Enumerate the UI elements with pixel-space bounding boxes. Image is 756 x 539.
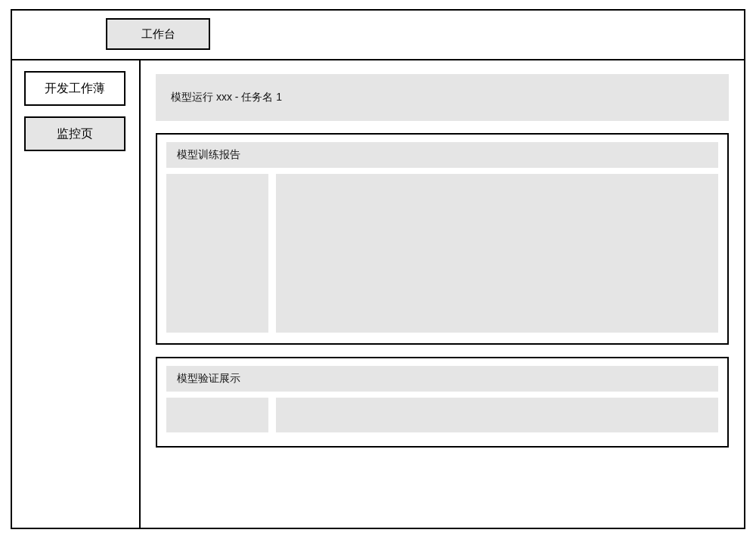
panel-validation-header: 模型验证展示 [166,366,718,392]
panel-training-report-body [166,174,718,334]
top-bar: 工作台 [12,11,744,60]
page-title-banner: 模型运行 xxx - 任务名 1 [156,74,729,121]
panel-validation-body [166,398,718,437]
main-area: 模型运行 xxx - 任务名 1 模型训练报告 模型验证展示 [141,60,744,528]
panel-training-report-header: 模型训练报告 [166,142,718,168]
sidebar-item-dev-workbook[interactable]: 开发工作薄 [24,71,125,106]
app-frame: 工作台 开发工作薄 监控页 模型运行 xxx - 任务名 1 模型训练报告 模型… [11,9,745,529]
tab-workbench[interactable]: 工作台 [106,18,210,50]
validation-placeholder-left [166,398,268,432]
sidebar-item-monitor[interactable]: 监控页 [24,116,125,151]
training-placeholder-left [166,174,268,333]
sidebar: 开发工作薄 监控页 [12,60,141,528]
validation-placeholder-right [276,398,718,432]
training-placeholder-right [276,174,718,333]
lower-region: 开发工作薄 监控页 模型运行 xxx - 任务名 1 模型训练报告 模型验证展示 [12,60,744,528]
panel-training-report: 模型训练报告 [156,133,729,345]
panel-validation: 模型验证展示 [156,357,729,448]
